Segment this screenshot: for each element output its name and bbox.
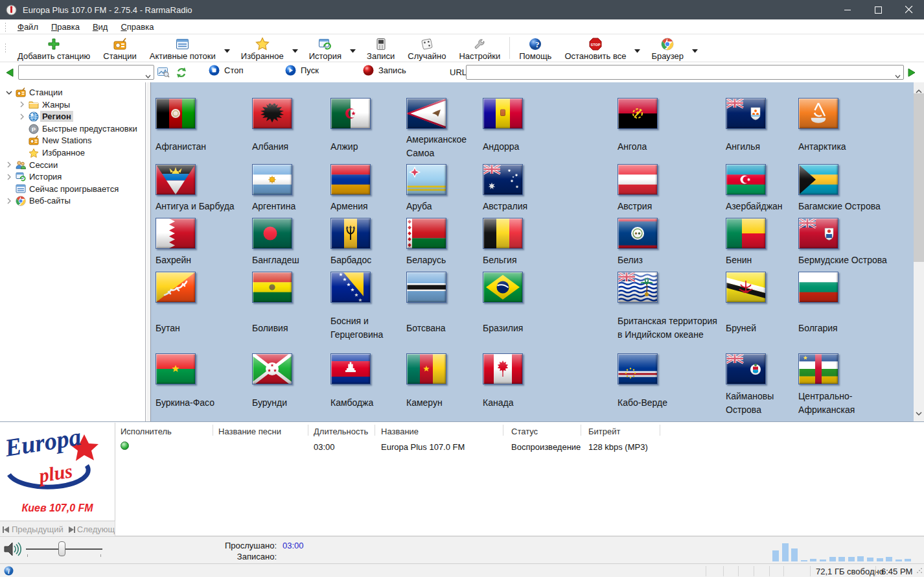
toolbar-button-favorites[interactable]: Избранное: [235, 35, 290, 61]
scrollbar-vertical[interactable]: [914, 82, 924, 421]
country-item[interactable]: Бруней: [726, 272, 792, 353]
column-separator[interactable]: [581, 425, 581, 436]
menu-view[interactable]: Вид: [86, 20, 115, 34]
country-item[interactable]: Американское Самоа: [406, 98, 476, 164]
country-item[interactable]: Аруба: [406, 164, 476, 218]
country-item[interactable]: Антарктика: [798, 98, 908, 164]
menu-help[interactable]: Справка: [114, 20, 160, 34]
tree-item-станции[interactable]: Станции: [0, 86, 146, 99]
country-item[interactable]: Боливия: [252, 272, 324, 353]
chevron-collapsed-icon[interactable]: [17, 99, 27, 110]
column-separator[interactable]: [660, 425, 660, 436]
refresh-icon[interactable]: [176, 67, 187, 81]
url-input[interactable]: [466, 65, 904, 80]
country-item[interactable]: Камерун: [406, 353, 476, 421]
forward-arrow-icon[interactable]: [908, 68, 916, 80]
toolbar-button-settings[interactable]: Настройки: [452, 35, 507, 61]
country-item[interactable]: Ангола: [618, 98, 719, 164]
tree-item-веб-сайты[interactable]: Веб-сайты: [0, 194, 146, 207]
play-button[interactable]: Пуск: [285, 65, 319, 76]
country-item[interactable]: Камбоджа: [330, 353, 400, 421]
volume-icon[interactable]: [3, 541, 23, 560]
column-separator[interactable]: [213, 425, 213, 436]
tree-item-жанры[interactable]: Жанры: [0, 99, 146, 111]
country-item[interactable]: Босния и Герцеговина: [330, 272, 400, 353]
scroll-down-icon[interactable]: [916, 407, 922, 419]
column-header-1[interactable]: Название песни: [218, 427, 281, 436]
country-item[interactable]: Беларусь: [406, 218, 476, 272]
dropdown-arrow-icon[interactable]: [350, 44, 356, 61]
chevron-collapsed-icon[interactable]: [17, 112, 27, 122]
column-header-2[interactable]: Длительность: [314, 427, 368, 436]
country-item[interactable]: Британская территория в Индийском океане: [618, 272, 719, 353]
column-header-3[interactable]: Название: [381, 427, 419, 436]
toolbar-button-help[interactable]: ?Помощь: [513, 35, 558, 61]
tree-item-история[interactable]: История: [0, 171, 146, 183]
chevron-collapsed-icon[interactable]: [4, 196, 14, 206]
column-header-0[interactable]: Исполнитель: [121, 427, 172, 436]
country-item[interactable]: Армения: [330, 164, 400, 218]
back-arrow-icon[interactable]: [6, 68, 14, 80]
tree-item-new-stations[interactable]: New Stations: [0, 134, 146, 147]
country-item[interactable]: Бенин: [726, 218, 792, 272]
next-button[interactable]: Следующий: [65, 524, 115, 534]
minimize-button[interactable]: [833, 0, 863, 19]
toolbar-button-browser[interactable]: Браузер: [645, 35, 690, 61]
country-item[interactable]: Австралия: [483, 164, 611, 218]
close-button[interactable]: [894, 0, 924, 19]
dropdown-arrow-icon[interactable]: [634, 44, 640, 61]
search-input[interactable]: [18, 65, 154, 80]
column-separator[interactable]: [308, 425, 308, 436]
country-item[interactable]: Бермудские Острова: [798, 218, 908, 272]
column-separator[interactable]: [503, 425, 503, 436]
country-item[interactable]: Алжир: [330, 98, 400, 164]
tree-item-избранное[interactable]: Избранное: [0, 147, 146, 159]
menu-file[interactable]: Файл: [11, 20, 45, 34]
toolbar-button-add-station[interactable]: Добавить станцию: [11, 35, 97, 61]
toolbar-button-stations[interactable]: Станции: [97, 35, 143, 61]
country-item[interactable]: Бахрейн: [156, 218, 248, 272]
country-item[interactable]: Буркина-Фасо: [156, 353, 248, 421]
country-item[interactable]: Болгария: [798, 272, 908, 353]
country-item[interactable]: Бурунди: [252, 353, 324, 421]
tree-item-сейчас-проигрывается[interactable]: Сейчас проигрывается: [0, 183, 146, 195]
dropdown-arrow-icon[interactable]: [292, 44, 298, 61]
record-button[interactable]: Запись: [363, 65, 406, 76]
toolbar-button-history[interactable]: История: [303, 35, 348, 61]
country-item[interactable]: Албания: [252, 98, 324, 164]
country-item[interactable]: Ангилья: [726, 98, 792, 164]
country-item[interactable]: Центрально-Африканская: [798, 353, 908, 421]
toolbar-button-active-streams[interactable]: Активные потоки: [143, 35, 222, 61]
info-icon[interactable]: i: [4, 566, 14, 577]
country-item[interactable]: Австрия: [618, 164, 719, 218]
chevron-collapsed-icon[interactable]: [4, 172, 14, 182]
country-item[interactable]: Белиз: [618, 218, 719, 272]
country-item[interactable]: Антигуа и Барбуда: [156, 164, 248, 218]
country-item[interactable]: Азербайджан: [726, 164, 792, 218]
country-item[interactable]: Афганистан: [156, 98, 248, 164]
toolbar-grip[interactable]: [5, 43, 6, 53]
toolbar-button-recordings[interactable]: Записи: [360, 35, 401, 61]
menu-edit[interactable]: Правка: [45, 20, 86, 34]
country-item[interactable]: Бразилия: [483, 272, 611, 353]
resize-grip[interactable]: [916, 565, 923, 576]
tree-item-быстрые-предустановки[interactable]: PБыстрые предустановки: [0, 123, 146, 135]
dropdown-arrow-icon[interactable]: [224, 44, 230, 61]
maximize-button[interactable]: [863, 0, 894, 19]
previous-button[interactable]: Предыдущий: [0, 524, 65, 534]
chevron-collapsed-icon[interactable]: [4, 159, 14, 170]
find-station-icon[interactable]: [157, 67, 170, 80]
tree-item-регион[interactable]: Регион: [0, 110, 146, 123]
toolbar-button-random[interactable]: Случайно: [401, 35, 452, 61]
country-item[interactable]: Бутан: [156, 272, 248, 353]
column-header-4[interactable]: Статус: [511, 427, 538, 436]
dropdown-arrow-icon[interactable]: [692, 44, 698, 61]
country-item[interactable]: Канада: [483, 353, 611, 421]
country-item[interactable]: Кабо-Верде: [618, 353, 719, 421]
country-item[interactable]: Бангладеш: [252, 218, 324, 272]
country-item[interactable]: Андорра: [483, 98, 611, 164]
country-item[interactable]: Аргентина: [252, 164, 324, 218]
column-header-5[interactable]: Битрейт: [588, 427, 620, 436]
country-item[interactable]: Каймановы Острова: [726, 353, 792, 421]
menubar-grip[interactable]: [5, 22, 6, 32]
